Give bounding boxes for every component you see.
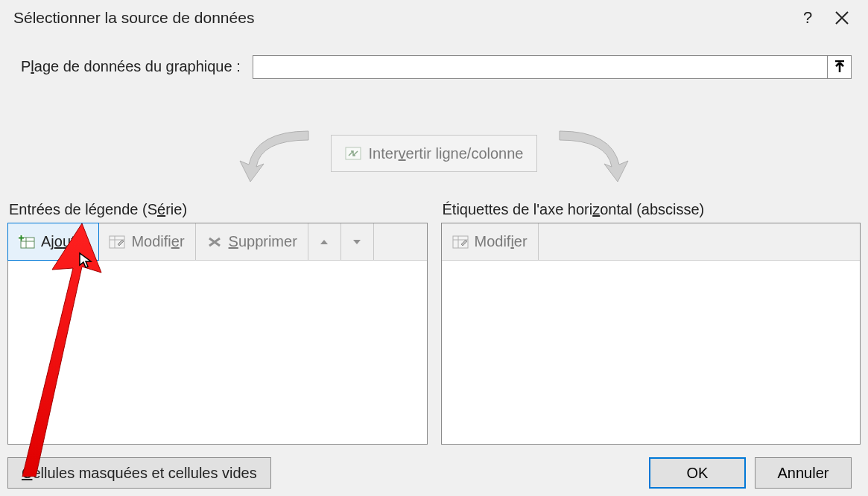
collapse-icon [833, 60, 846, 74]
chart-data-range-input-wrap [253, 55, 852, 79]
dialog-title: Sélectionner la source de données [13, 9, 791, 27]
title-bar: Sélectionner la source de données ? [0, 0, 868, 36]
switch-row-column-button[interactable]: Intervertir ligne/colonne [331, 135, 538, 172]
horizontal-axis-label: Étiquettes de l'axe horizontal (abscisse… [441, 201, 861, 218]
close-button[interactable] [825, 1, 859, 35]
triangle-up-icon [319, 237, 329, 247]
panels-row: Ajouter Modifier Supprimer [0, 218, 868, 445]
delete-series-button[interactable]: Supprimer [196, 223, 308, 260]
chart-data-range-row: Plage de données du graphique : [0, 36, 868, 79]
legend-toolbar: Ajouter Modifier Supprimer [8, 223, 427, 261]
triangle-down-icon [352, 237, 362, 247]
ok-button[interactable]: OK [649, 457, 746, 489]
table-add-icon [19, 235, 35, 249]
curved-arrow-right-icon [545, 124, 649, 183]
legend-entries-label: Entrées de légende (Série) [7, 201, 428, 218]
panel-labels-row: Entrées de légende (Série) Étiquettes de… [0, 201, 868, 218]
move-up-button[interactable] [308, 223, 341, 260]
edit-series-button[interactable]: Modifier [98, 223, 195, 260]
legend-entries-panel: Ajouter Modifier Supprimer [7, 223, 428, 445]
chart-data-range-label: Plage de données du graphique : [21, 58, 241, 76]
axis-labels-list[interactable] [442, 261, 861, 444]
hidden-empty-cells-button[interactable]: Cellules masquées et cellules vides [7, 457, 271, 489]
curved-arrow-left-icon [219, 124, 323, 183]
delete-icon [206, 235, 223, 249]
help-button[interactable]: ? [791, 1, 825, 35]
cancel-button[interactable]: Annuler [755, 457, 852, 489]
axis-toolbar: Modifier [442, 223, 861, 261]
add-series-button[interactable]: Ajouter [7, 223, 99, 261]
table-edit-icon [109, 235, 125, 249]
legend-entries-list[interactable] [8, 261, 427, 444]
table-edit-icon [452, 235, 469, 249]
close-icon [835, 11, 849, 25]
dialog-footer: Cellules masquées et cellules vides OK A… [0, 450, 868, 496]
horizontal-axis-panel: Modifier [441, 223, 861, 445]
select-data-source-dialog: Sélectionner la source de données ? Plag… [0, 0, 868, 496]
move-down-button[interactable] [341, 223, 374, 260]
collapse-dialog-button[interactable] [827, 56, 851, 78]
switch-icon [345, 147, 361, 160]
swap-row: Intervertir ligne/colonne [0, 116, 868, 191]
edit-axis-button[interactable]: Modifier [442, 223, 539, 260]
chart-data-range-input[interactable] [253, 56, 827, 78]
